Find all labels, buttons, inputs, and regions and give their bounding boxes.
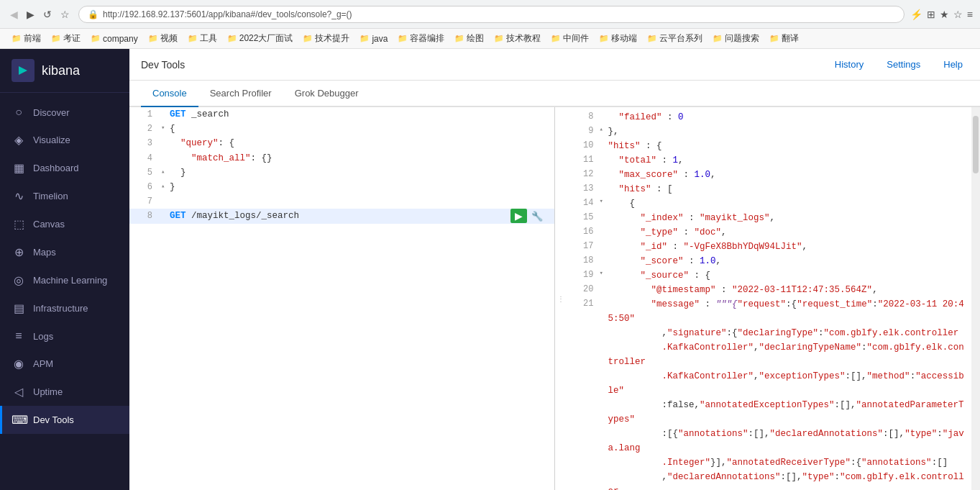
reload-button[interactable]: ↺ bbox=[40, 7, 55, 22]
devtools-title: Dev Tools bbox=[141, 59, 185, 71]
tab-search-profiler[interactable]: Search Profiler bbox=[198, 81, 283, 107]
folder-icon: 📁 bbox=[91, 34, 101, 43]
devtools-header: Dev Tools History Settings Help bbox=[129, 49, 980, 81]
bookmark-item[interactable]: 📁company bbox=[86, 32, 142, 45]
code-editor[interactable]: 1 GET _search 2 ▾ { 3 "query": { bbox=[129, 107, 554, 490]
sidebar-item-dev-tools[interactable]: ⌨Dev Tools bbox=[0, 406, 129, 434]
sidebar-label: Timelion bbox=[33, 191, 68, 201]
sidebar-item-machine-learning[interactable]: ◎Machine Learning bbox=[0, 266, 129, 294]
bookmark-item[interactable]: 📁技术提升 bbox=[298, 31, 354, 46]
output-scrollbar[interactable] bbox=[971, 107, 980, 490]
bookmark-item[interactable]: 📁云平台系列 bbox=[643, 31, 707, 46]
wrench-button[interactable]: 🔧 bbox=[531, 211, 543, 222]
tab-grok-debugger[interactable]: Grok Debugger bbox=[283, 81, 370, 107]
output-line-9: 9 ▴ }, bbox=[567, 124, 972, 139]
extension-icon-3[interactable]: ★ bbox=[940, 9, 949, 20]
run-button[interactable]: ▶ bbox=[510, 209, 527, 223]
folder-icon: 📁 bbox=[188, 34, 198, 43]
bookmark-button[interactable]: ☆ bbox=[58, 7, 73, 22]
editor-area: 1 GET _search 2 ▾ { 3 "query": { bbox=[129, 107, 980, 490]
output-line-21f: :[{"annotations":[],"declaredAnnotations… bbox=[567, 427, 972, 455]
nav-back-button[interactable]: ◀ bbox=[7, 7, 21, 22]
bookmark-item[interactable]: 📁工具 bbox=[183, 31, 221, 46]
extension-icon-5[interactable]: ≡ bbox=[967, 9, 973, 20]
sidebar-item-discover[interactable]: ○Discover bbox=[0, 99, 129, 126]
output-line-15: 15 "_index" : "mayikt_logs", bbox=[567, 211, 972, 225]
editor-line-7: 7 bbox=[129, 194, 554, 209]
history-button[interactable]: History bbox=[829, 56, 869, 73]
bookmark-item[interactable]: 📁前端 bbox=[7, 31, 45, 46]
help-button[interactable]: Help bbox=[938, 56, 968, 73]
sidebar-item-dashboard[interactable]: ▦Dashboard bbox=[0, 154, 129, 182]
bookmark-item[interactable]: 📁翻译 bbox=[765, 31, 803, 46]
bookmark-item[interactable]: 📁2022大厂面试 bbox=[223, 31, 298, 46]
sidebar-icon: ◎ bbox=[12, 273, 26, 287]
sidebar-item-infrastructure[interactable]: ▤Infrastructure bbox=[0, 294, 129, 322]
folder-icon: 📁 bbox=[551, 34, 561, 43]
sidebar-label: Discover bbox=[33, 107, 70, 118]
sidebar-item-visualize[interactable]: ◈Visualize bbox=[0, 126, 129, 154]
bookmark-item[interactable]: 📁问题搜索 bbox=[708, 31, 764, 46]
sidebar-item-uptime[interactable]: ◁Uptime bbox=[0, 378, 129, 406]
sidebar-icon: ⌨ bbox=[12, 413, 26, 427]
line-actions: ▶ 🔧 bbox=[510, 209, 549, 223]
right-output-wrapper: 8 "failed" : 0 9 ▴ }, 10 "hits" bbox=[567, 107, 981, 490]
right-output-panel: 8 "failed" : 0 9 ▴ }, 10 "hits" bbox=[567, 107, 972, 490]
address-bar[interactable]: 🔒 http://192.168.92.137:5601/app/kibana#… bbox=[78, 6, 905, 23]
folder-icon: 📁 bbox=[647, 34, 657, 43]
sidebar-icon: ≡ bbox=[12, 330, 26, 342]
folder-icon: 📁 bbox=[599, 34, 609, 43]
editor-line-1: 1 GET _search bbox=[129, 107, 554, 122]
folder-icon: 📁 bbox=[148, 34, 158, 43]
folder-icon: 📁 bbox=[51, 34, 61, 43]
sidebar-logo: kibana bbox=[0, 49, 129, 93]
sidebar-label: Maps bbox=[33, 247, 56, 258]
output-display[interactable]: 8 "failed" : 0 9 ▴ }, 10 "hits" bbox=[567, 107, 972, 490]
bookmark-item[interactable]: 📁考证 bbox=[47, 31, 85, 46]
tabs-bar: Console Search Profiler Grok Debugger bbox=[129, 81, 980, 107]
output-line-14: 14 ▾ { bbox=[567, 196, 972, 211]
bookmark-item[interactable]: 📁视频 bbox=[144, 31, 182, 46]
output-line-21h: ,"declaredAnnotations":[],"type":"com.gb… bbox=[567, 470, 972, 490]
output-line-21b: ,"signature":{"declaringType":"com.gblfy… bbox=[567, 326, 972, 340]
sidebar-item-apm[interactable]: ◉APM bbox=[0, 350, 129, 378]
output-line-20: 20 "@timestamp" : "2022-03-11T12:47:35.5… bbox=[567, 283, 972, 297]
main-content: Dev Tools History Settings Help Console … bbox=[129, 49, 980, 490]
extension-icon-1[interactable]: ⚡ bbox=[910, 9, 922, 20]
bookmark-item[interactable]: 📁移动端 bbox=[595, 31, 641, 46]
bookmark-item[interactable]: 📁绘图 bbox=[450, 31, 488, 46]
editor-line-5: 5 ▴ } bbox=[129, 165, 554, 180]
bookmarks-bar: 📁前端📁考证📁company📁视频📁工具📁2022大厂面试📁技术提升📁java📁… bbox=[0, 29, 980, 49]
bookmark-item[interactable]: 📁java bbox=[355, 32, 392, 45]
folder-icon: 📁 bbox=[360, 34, 370, 43]
sidebar-icon: ◁ bbox=[12, 385, 26, 399]
settings-button[interactable]: Settings bbox=[881, 56, 926, 73]
sidebar-icon: ◉ bbox=[12, 357, 26, 371]
sidebar-label: APM bbox=[33, 358, 53, 369]
editor-line-2: 2 ▾ { bbox=[129, 122, 554, 136]
kibana-logo-icon bbox=[12, 59, 35, 82]
extension-icon-4[interactable]: ☆ bbox=[953, 9, 963, 20]
output-line-12: 12 "max_score" : 1.0, bbox=[567, 168, 972, 182]
sidebar-item-canvas[interactable]: ⬚Canvas bbox=[0, 210, 129, 238]
folder-icon: 📁 bbox=[303, 34, 313, 43]
sidebar-label: Visualize bbox=[33, 135, 70, 145]
sidebar-item-logs[interactable]: ≡Logs bbox=[0, 322, 129, 350]
output-line-11: 11 "total" : 1, bbox=[567, 153, 972, 168]
sidebar-item-maps[interactable]: ⊕Maps bbox=[0, 238, 129, 266]
output-line-10: 10 "hits" : { bbox=[567, 139, 972, 153]
nav-forward-button[interactable]: ▶ bbox=[24, 7, 37, 22]
sidebar-icon: ⊕ bbox=[12, 245, 26, 259]
devtools-actions: History Settings Help bbox=[829, 56, 968, 73]
output-line-21c: .KafkaController","declaringTypeName":"c… bbox=[567, 340, 972, 369]
bookmark-item[interactable]: 📁容器编排 bbox=[393, 31, 449, 46]
bookmark-item[interactable]: 📁中间件 bbox=[546, 31, 593, 46]
bookmark-item[interactable]: 📁技术教程 bbox=[490, 31, 545, 46]
extension-icon-2[interactable]: ⊞ bbox=[927, 9, 935, 20]
left-editor-panel: 1 GET _search 2 ▾ { 3 "query": { bbox=[129, 107, 555, 490]
nav-buttons: ◀ ▶ ↺ ☆ bbox=[7, 7, 73, 22]
output-line-18: 18 "_score" : 1.0, bbox=[567, 254, 972, 268]
sidebar-icon: ○ bbox=[12, 106, 26, 119]
tab-console[interactable]: Console bbox=[141, 81, 198, 107]
sidebar-item-timelion[interactable]: ∿Timelion bbox=[0, 182, 129, 210]
